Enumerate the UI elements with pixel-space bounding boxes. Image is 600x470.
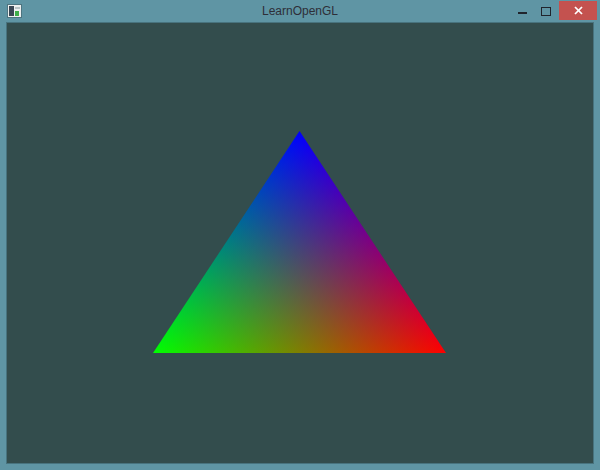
rgb-triangle (153, 131, 446, 353)
minimize-icon (518, 12, 527, 14)
maximize-button[interactable] (534, 0, 558, 21)
opengl-viewport (7, 23, 593, 463)
titlebar[interactable]: LearnOpenGL (0, 0, 600, 23)
close-icon (574, 6, 583, 15)
maximize-icon (541, 7, 551, 16)
app-window: LearnOpenGL (0, 0, 600, 470)
minimize-button[interactable] (510, 0, 534, 21)
close-button[interactable] (559, 1, 597, 20)
